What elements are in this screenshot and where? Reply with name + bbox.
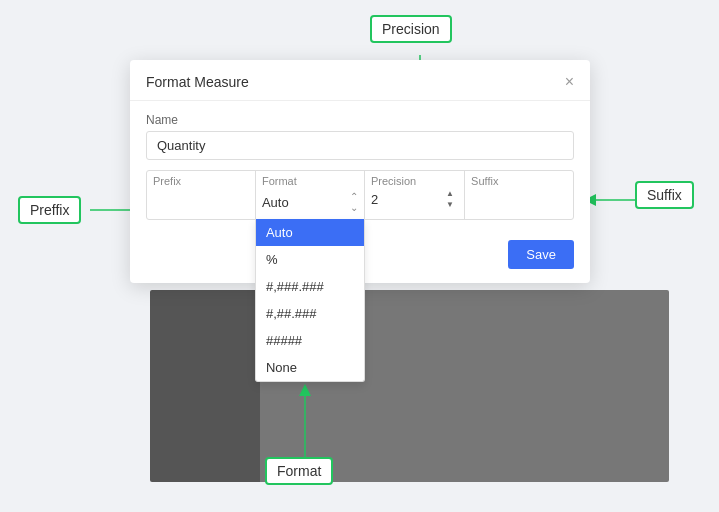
- suffix-right-label: Suffix: [647, 187, 682, 203]
- dropdown-item-none[interactable]: None: [256, 354, 364, 381]
- background-chart: [150, 290, 669, 482]
- chart-left: [150, 290, 260, 482]
- suffix-label: Suffix: [471, 175, 567, 187]
- suffix-right-annotation: Suffix: [635, 181, 694, 209]
- dropdown-item-percent[interactable]: %: [256, 246, 364, 273]
- format-current-value: Auto: [262, 195, 289, 210]
- name-label: Name: [146, 113, 574, 127]
- prefix-left-annotation: Preffix: [18, 196, 81, 224]
- precision-top-label: Precision: [382, 21, 440, 37]
- prefix-left-label: Preffix: [30, 202, 69, 218]
- form-row: Prefix Format Auto ⌃⌄ Auto % #,###.### #…: [146, 170, 574, 220]
- precision-top-annotation: Precision: [370, 15, 452, 43]
- suffix-cell: Suffix: [465, 171, 573, 219]
- format-cell: Format Auto ⌃⌄ Auto % #,###.### #,##.###…: [256, 171, 365, 219]
- modal-title: Format Measure: [146, 74, 249, 90]
- precision-cell: Precision ▲ ▼: [365, 171, 465, 219]
- precision-increment[interactable]: ▲: [442, 189, 458, 199]
- prefix-label: Prefix: [153, 175, 249, 187]
- format-dropdown: Auto % #,###.### #,##.### ##### None: [255, 219, 365, 382]
- suffix-input[interactable]: [471, 189, 567, 204]
- dropdown-item-format1[interactable]: #,###.###: [256, 273, 364, 300]
- modal-header: Format Measure ×: [130, 60, 590, 101]
- precision-input[interactable]: [371, 192, 423, 207]
- format-select[interactable]: Auto ⌃⌄: [262, 189, 358, 215]
- format-bottom-label: Format: [277, 463, 321, 479]
- close-button[interactable]: ×: [565, 74, 574, 90]
- dropdown-item-format2[interactable]: #,##.###: [256, 300, 364, 327]
- chevron-icon: ⌃⌄: [350, 191, 358, 213]
- precision-label: Precision: [371, 175, 458, 187]
- dropdown-item-auto[interactable]: Auto: [256, 219, 364, 246]
- precision-decrement[interactable]: ▼: [442, 200, 458, 210]
- precision-control: ▲ ▼: [371, 189, 458, 210]
- prefix-cell: Prefix: [147, 171, 256, 219]
- save-button[interactable]: Save: [508, 240, 574, 269]
- precision-spinner: ▲ ▼: [442, 189, 458, 210]
- dropdown-item-format3[interactable]: #####: [256, 327, 364, 354]
- modal-body: Name Prefix Format Auto ⌃⌄ Auto % #,: [130, 101, 590, 232]
- name-input[interactable]: [146, 131, 574, 160]
- format-bottom-annotation: Format: [265, 457, 333, 485]
- modal-dialog: Format Measure × Name Prefix Format Auto…: [130, 60, 590, 283]
- format-label: Format: [262, 175, 358, 187]
- prefix-input[interactable]: [153, 189, 249, 204]
